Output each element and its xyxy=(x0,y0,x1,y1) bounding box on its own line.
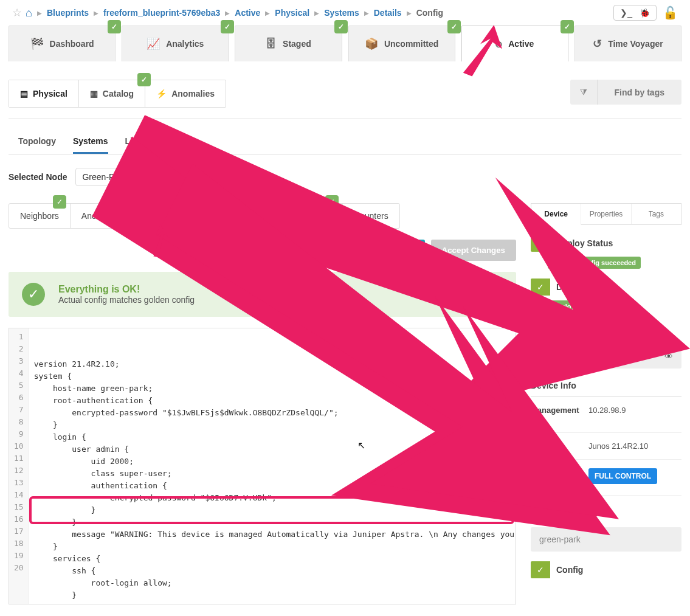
detailtab-lldp[interactable]: LLDP xyxy=(238,204,281,228)
breadcrumb-link[interactable]: Blueprints xyxy=(47,8,89,18)
thirdtab-systems[interactable]: Systems xyxy=(73,130,108,154)
check-badge-icon: ✓ xyxy=(561,20,574,33)
deploy-mode-pill: Deploy xyxy=(548,300,580,313)
check-badge-icon: ✓ xyxy=(53,195,66,209)
selected-node-row: Selected Node Green-Park ✕ xyxy=(9,168,681,186)
breadcrumb-link[interactable]: Details xyxy=(374,8,402,18)
deploy-status-pill: Service Config succeeded xyxy=(548,257,641,269)
righttab-device[interactable]: Device xyxy=(531,204,581,225)
subtab-physical[interactable]: ▤Physical xyxy=(9,80,79,107)
config-code-viewer[interactable]: 1234567891011121314151617181920 version … xyxy=(9,328,516,604)
quick-action-box: ❯_ 🐞 xyxy=(613,5,657,21)
subtab-label: Anomalies xyxy=(171,89,215,99)
subtab-label: Catalog xyxy=(103,89,134,99)
apply-full-config-button[interactable]: Apply Full Config xyxy=(336,240,424,261)
hostname-value-box: green-park xyxy=(531,527,681,552)
tab-staged[interactable]: ✓🗄Staged xyxy=(235,26,342,61)
tab-time-voyager[interactable]: ↺Time Voyager xyxy=(574,26,681,61)
breadcrumb-current: Config xyxy=(416,8,443,18)
cube-icon: 📦 xyxy=(365,37,378,50)
detailtab-anomalies[interactable]: ✓Anomalies xyxy=(71,204,133,228)
favorite-star-icon[interactable]: ☆ xyxy=(12,6,22,19)
home-icon[interactable]: ⌂ xyxy=(26,7,32,19)
check-badge-icon: ✓ xyxy=(334,20,348,33)
check-badge-icon: ✓ xyxy=(115,195,128,209)
tab-label: Anomalies xyxy=(81,211,121,221)
tab-label: Hostname xyxy=(292,211,331,221)
tab-uncommitted[interactable]: ✓📦Uncommitted xyxy=(348,26,455,61)
bug-icon[interactable]: 🐞 xyxy=(640,8,650,18)
subtab-label: Physical xyxy=(33,89,67,99)
check-circle-icon: ✓ xyxy=(22,283,45,306)
layout-icon: ▤ xyxy=(20,89,28,99)
tab-label: Analytics xyxy=(166,39,204,49)
accept-changes-button: Accept Changes xyxy=(431,240,516,261)
chevron-right-icon: ▶ xyxy=(407,10,412,16)
eye-icon[interactable]: 👁 xyxy=(664,351,673,361)
device-info-title: Device Info xyxy=(531,375,681,397)
tab-label: Active xyxy=(508,39,534,49)
flag-check-icon: ✓ xyxy=(531,235,550,252)
deploy-status-label: Deploy Status xyxy=(556,238,613,248)
code-gutter: 1234567891011121314151617181920 xyxy=(9,328,29,604)
config-side-label: Config xyxy=(556,565,583,575)
svg-marker-4 xyxy=(463,25,502,76)
flag-check-icon: ✓ xyxy=(531,505,550,522)
tab-label: Neighbors xyxy=(20,211,59,221)
detailtab-interface[interactable]: ✓Interface xyxy=(182,204,238,228)
sn-value-box: 52540080FDB4👁 xyxy=(531,344,681,369)
sn-value: 52540080FDB4 xyxy=(539,351,599,361)
tab-label: Staged xyxy=(283,39,311,49)
subtab-anomalies[interactable]: ⚡Anomalies xyxy=(145,80,226,107)
mgmt-ip-key: Management IP xyxy=(531,406,588,424)
check-badge-icon: ✓ xyxy=(220,195,233,209)
detail-tabs: ✓Neighbors ✓Anomalies ✓Config ✓Interface… xyxy=(9,203,400,229)
righttab-tags[interactable]: Tags xyxy=(632,204,681,225)
terminal-icon[interactable]: ❯_ xyxy=(620,8,632,18)
find-by-tags-label: Find by tags xyxy=(598,80,681,105)
breadcrumb-link[interactable]: freeform_blueprint-5769eba3 xyxy=(103,8,220,18)
breadcrumb-link[interactable]: Physical xyxy=(275,8,309,18)
detailtab-neighbors[interactable]: ✓Neighbors xyxy=(9,204,71,228)
tab-label: Uncommitted xyxy=(384,39,438,49)
thirdtab-topology[interactable]: Topology xyxy=(18,130,56,154)
lock-open-icon[interactable]: 🔓 xyxy=(663,5,678,20)
os-key: OS xyxy=(531,441,588,451)
righttab-properties[interactable]: Properties xyxy=(581,204,631,225)
tab-label: Dashboard xyxy=(50,39,94,49)
status-ok-banner: ✓ Everything is OK! Actual config matche… xyxy=(9,272,516,317)
find-by-tags-button[interactable]: ⧩ Find by tags xyxy=(570,80,681,105)
ok-subtitle: Actual config matches golden config xyxy=(58,295,195,305)
detailtab-hostname[interactable]: ✓Hostname xyxy=(281,204,343,228)
box-icon: 🗄 xyxy=(266,38,277,50)
chevron-right-icon: ▶ xyxy=(225,10,230,16)
selected-node-chip[interactable]: Green-Park ✕ xyxy=(75,168,142,186)
arrow-annotation xyxy=(453,25,508,80)
chevron-right-icon: ▶ xyxy=(37,10,42,16)
list-icon: ▦ xyxy=(90,89,98,99)
check-badge-icon: ✓ xyxy=(221,20,234,33)
full-control-button[interactable]: FULL CONTROL xyxy=(588,468,657,484)
chevron-right-icon: ▶ xyxy=(265,10,270,16)
subtab-catalog[interactable]: ✓▦Catalog xyxy=(79,80,145,107)
detailtab-counters[interactable]: Counters xyxy=(343,204,399,228)
os-value: Junos 21.4R2.10 xyxy=(588,441,681,451)
flag-check-icon: ✓ xyxy=(531,279,550,296)
bolt-icon: ⚡ xyxy=(156,89,167,99)
thirdtab-links[interactable]: Links xyxy=(125,130,148,154)
code-content: version 21.4R2.10;system { host-name gre… xyxy=(29,328,516,604)
mouse-cursor-icon: ↖ xyxy=(357,440,365,451)
breadcrumb-link[interactable]: Systems xyxy=(324,8,359,18)
tab-analytics[interactable]: ✓📈Analytics xyxy=(122,26,229,61)
check-badge-icon: ✓ xyxy=(325,195,339,209)
close-icon[interactable]: ✕ xyxy=(130,173,136,181)
gauge-icon: 🏁 xyxy=(30,37,44,50)
hostname-value: green-park xyxy=(539,535,581,544)
check-badge-icon: ✓ xyxy=(165,195,178,209)
tab-label: Counters xyxy=(354,211,388,221)
chart-icon: 📈 xyxy=(147,37,160,50)
tab-dashboard[interactable]: ✓🏁Dashboard xyxy=(9,26,116,61)
detailtab-config[interactable]: ✓Config xyxy=(133,204,182,228)
breadcrumb-link[interactable]: Active xyxy=(235,8,260,18)
tab-label: LLDP xyxy=(249,211,270,221)
